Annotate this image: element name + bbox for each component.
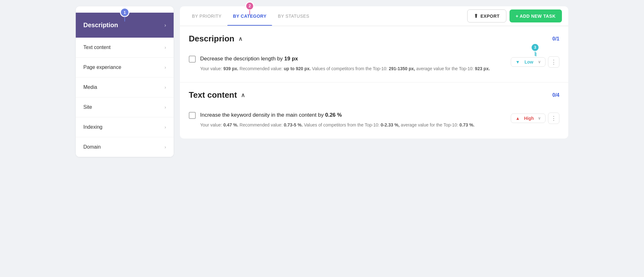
sidebar-item-indexing[interactable]: Indexing ›	[76, 117, 174, 137]
sidebar-item-text-content[interactable]: Text content ›	[76, 38, 174, 58]
priority-label: High	[522, 116, 536, 121]
task-controls: ▲ High ∨ ⋮	[511, 113, 559, 124]
tab-by-statuses[interactable]: BY STATUSES	[272, 7, 315, 25]
sidebar-item-domain[interactable]: Domain ›	[76, 137, 174, 157]
sidebar-item-page-experience[interactable]: Page experiance ›	[76, 58, 174, 77]
task-controls: 3 ▼ Low ∨ ⋮	[511, 56, 559, 68]
sidebar-item-media[interactable]: Media ›	[76, 77, 174, 97]
task-description: Your value: 0.47 %. Recommended value: 0…	[200, 121, 506, 128]
sidebar: 1 Description › Text content › Page expe…	[76, 6, 174, 157]
task-description: Your value: 939 px. Recommended value: u…	[200, 65, 506, 72]
category-title: Descriprion ∧	[189, 34, 242, 44]
priority-dropdown-high[interactable]: ▲ High ∨	[511, 114, 546, 123]
sidebar-item-arrow: ›	[164, 45, 166, 50]
sidebar-item-arrow: ›	[164, 105, 166, 110]
content-area: Descriprion ∧ 0/1 Decrease the descripti…	[180, 26, 568, 138]
sidebar-item-arrow: ›	[164, 145, 166, 150]
upload-icon: ⬆	[474, 13, 478, 19]
category-description-header: Descriprion ∧ 0/1	[189, 34, 559, 44]
task-row: Increase the keyword density in the main…	[189, 106, 559, 131]
task-title: Increase the keyword density in the main…	[200, 111, 506, 119]
task-menu-button[interactable]: ⋮	[548, 56, 559, 68]
task-row: Decrease the description length by 19 px…	[189, 50, 559, 75]
task-content: Increase the keyword density in the main…	[200, 111, 506, 128]
category-text-content: Text content ∧ 0/4 Increase the keyword …	[180, 83, 568, 138]
sidebar-active-item[interactable]: 1 Description ›	[76, 13, 174, 38]
sidebar-item-label: Site	[83, 104, 92, 110]
sidebar-item-label: Page experiance	[83, 65, 121, 70]
tab-by-category-wrapper: 2 BY CATEGORY	[227, 7, 272, 25]
badge-1: 1	[120, 8, 129, 17]
sidebar-item-label: Domain	[83, 144, 101, 150]
app-container: 1 Description › Text content › Page expe…	[76, 6, 568, 157]
more-icon: ⋮	[551, 115, 557, 122]
tab-bar: BY PRIORITY 2 BY CATEGORY BY STATUSES ⬆	[180, 6, 568, 26]
badge-3: 3	[531, 43, 540, 52]
sidebar-item-arrow: ›	[164, 85, 166, 90]
tab-actions: ⬆ EXPORT + ADD NEW TASK	[467, 6, 562, 26]
tab-by-priority[interactable]: BY PRIORITY	[186, 7, 227, 25]
category-count: 0/1	[552, 36, 559, 42]
category-count: 0/4	[552, 92, 559, 98]
priority-dropdown-low[interactable]: ▼ Low ∨	[511, 57, 546, 67]
sidebar-item-arrow: ›	[164, 125, 166, 130]
add-new-task-button[interactable]: + ADD NEW TASK	[510, 9, 562, 22]
priority-high-icon: ▲	[516, 116, 520, 121]
chevron-down-icon: ∨	[538, 60, 541, 64]
task-checkbox[interactable]	[189, 56, 196, 63]
task-checkbox[interactable]	[189, 112, 196, 119]
tab-by-category[interactable]: BY CATEGORY	[227, 7, 272, 25]
sidebar-active-label: Description	[83, 22, 118, 29]
priority-low-icon: ▼	[516, 59, 520, 65]
task-content: Decrease the description length by 19 px…	[200, 55, 506, 72]
export-button[interactable]: ⬆ EXPORT	[467, 9, 506, 22]
sidebar-item-site[interactable]: Site ›	[76, 97, 174, 117]
category-collapse-icon[interactable]: ∧	[241, 92, 245, 99]
chevron-down-icon: ∨	[538, 116, 541, 120]
category-collapse-icon[interactable]: ∧	[238, 35, 242, 42]
task-title: Decrease the description length by 19 px	[200, 55, 506, 63]
category-title: Text content ∧	[189, 90, 245, 100]
task-menu-button[interactable]: ⋮	[548, 113, 559, 124]
sidebar-item-label: Media	[83, 84, 97, 90]
sidebar-item-label: Indexing	[83, 124, 103, 130]
main-content: BY PRIORITY 2 BY CATEGORY BY STATUSES ⬆	[180, 6, 568, 157]
sidebar-active-arrow: ›	[164, 22, 166, 28]
sidebar-item-label: Text content	[83, 45, 110, 50]
category-text-content-header: Text content ∧ 0/4	[189, 90, 559, 100]
more-icon: ⋮	[551, 58, 557, 65]
priority-label: Low	[522, 59, 536, 65]
sidebar-item-arrow: ›	[164, 65, 166, 70]
category-description: Descriprion ∧ 0/1 Decrease the descripti…	[180, 26, 568, 83]
